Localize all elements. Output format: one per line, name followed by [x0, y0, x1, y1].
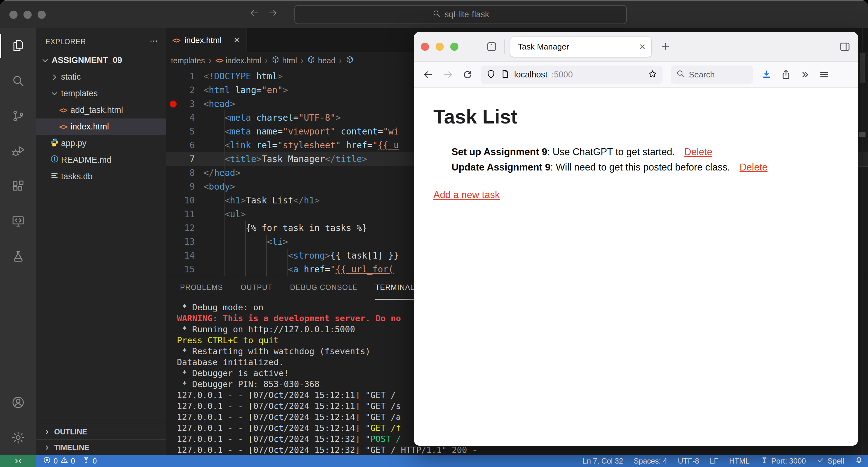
breadcrumb-separator: › [339, 56, 342, 65]
check-icon [817, 456, 825, 464]
activity-item-accounts[interactable] [0, 385, 36, 420]
panel-tab-terminal[interactable]: TERMINAL [375, 276, 414, 300]
history-back-icon[interactable] [249, 7, 259, 20]
browser-traffic-lights[interactable] [421, 42, 458, 51]
scrollbar-thumb[interactable] [859, 132, 866, 137]
status-item-lf[interactable]: LF [710, 457, 719, 465]
page-icon[interactable] [500, 69, 510, 80]
tree-item-add_task.html[interactable]: <>add_task.html [36, 102, 166, 118]
tree-item-index.html[interactable]: <>index.html [36, 118, 166, 135]
bell-icon [855, 456, 863, 464]
more-tools-icon[interactable] [800, 69, 810, 80]
tree-item-tasks.db[interactable]: tasks.db [36, 168, 166, 185]
back-button[interactable] [422, 69, 434, 81]
url-bar[interactable]: localhost:5000 [481, 65, 662, 84]
tree-item-ASSIGNMENT_09[interactable]: ASSIGNMENT_09 [36, 52, 166, 69]
traffic-light[interactable] [38, 11, 46, 19]
panel-tab-problems[interactable]: PROBLEMS [180, 276, 223, 300]
activity-item-extensions[interactable] [0, 169, 36, 204]
share-icon [780, 69, 792, 80]
status-item-ln-7-col-32[interactable]: Ln 7, Col 32 [582, 457, 623, 465]
ports-status[interactable]: 0 [82, 456, 97, 466]
activity-item-search[interactable] [0, 63, 36, 98]
activity-item-run-and-debug[interactable] [0, 134, 36, 169]
url-port: :5000 [552, 70, 573, 80]
workspace-name: sql-lite-flask [445, 10, 489, 20]
tree-item-static[interactable]: static [36, 69, 166, 85]
menu-icon[interactable] [818, 69, 830, 80]
sidebar-section-timeline[interactable]: TIMELINE [36, 439, 166, 455]
screen: sql-lite-flask EXPLORER ASSIGNMENT_09sta… [0, 0, 868, 467]
delete-task-link[interactable]: Delete [684, 146, 712, 157]
add-task-link[interactable]: Add a new task [433, 189, 500, 201]
search-icon [11, 74, 25, 88]
tree-item-README.md[interactable]: README.md [36, 152, 166, 168]
forward-icon [442, 69, 454, 81]
panel-tab-output[interactable]: OUTPUT [241, 276, 272, 300]
minimize-window-button[interactable] [436, 42, 444, 51]
breadcrumb-item-html[interactable]: html [272, 56, 297, 65]
cube-icon [307, 56, 315, 64]
sidebar-section-outline[interactable]: OUTLINE [36, 424, 166, 439]
shield-icon[interactable] [486, 69, 496, 80]
broadcast-icon [760, 456, 768, 464]
tree-item-app.py[interactable]: app.py [36, 135, 166, 152]
close-icon[interactable]: ✕ [233, 35, 240, 45]
activity-item-manage[interactable] [0, 420, 36, 455]
search-icon [432, 9, 441, 18]
delete-task-link[interactable]: Delete [740, 162, 768, 173]
problems-status[interactable]: 0 0 [43, 456, 75, 466]
window-traffic-lights[interactable] [9, 11, 46, 19]
zoom-window-button[interactable] [450, 42, 458, 51]
share-icon[interactable] [780, 69, 792, 80]
close-tab-icon[interactable]: ✕ [639, 42, 646, 51]
search-icon [676, 69, 685, 81]
traffic-light[interactable] [24, 11, 32, 19]
close-window-button[interactable] [421, 42, 429, 51]
vscode-titlebar: sql-lite-flask [0, 0, 868, 28]
status-item-spell[interactable]: Spell [817, 456, 844, 466]
tab-container-icon[interactable] [485, 40, 498, 53]
status-item-port-3000[interactable]: Port: 3000 [760, 456, 806, 466]
status-item-bell[interactable] [855, 456, 863, 466]
explorer-header: EXPLORER [45, 38, 149, 46]
separator [504, 39, 505, 54]
browser-search-box[interactable]: Search [671, 65, 753, 84]
browser-tab[interactable]: Task Manager ✕ [510, 37, 651, 57]
tab-overview-icon[interactable] [839, 40, 851, 53]
task-item: Update Assignment 9: Will need to get th… [452, 159, 845, 175]
tree-item-templates[interactable]: templates [36, 85, 166, 102]
line-number: 14 [166, 249, 204, 263]
panel-tab-debug-console[interactable]: DEBUG CONSOLE [290, 276, 358, 300]
reload-button[interactable] [462, 69, 473, 80]
source-control-icon [11, 109, 25, 123]
chev-down-icon [40, 56, 50, 65]
activity-item-remote-explorer[interactable] [0, 204, 36, 239]
scrollbar-thumb[interactable] [860, 53, 865, 83]
command-center-search[interactable]: sql-lite-flask [294, 5, 627, 24]
more-actions-icon[interactable] [149, 36, 158, 47]
traffic-light[interactable] [9, 11, 18, 19]
breadcrumb-item-templates[interactable]: templates [171, 56, 205, 65]
url-host: localhost [514, 70, 548, 80]
new-tab-button[interactable] [660, 41, 671, 52]
history-forward-icon[interactable] [268, 7, 278, 20]
tree-item-label: templates [61, 89, 98, 98]
remote-indicator[interactable] [0, 455, 36, 467]
breadcrumb-item-symbol[interactable] [346, 56, 354, 65]
html-file-icon: <> [59, 122, 67, 131]
editor-tab-index-html[interactable]: <> index.html ✕ [166, 28, 247, 52]
downloads-icon[interactable] [761, 69, 772, 80]
status-item-html[interactable]: HTML [729, 457, 750, 465]
indent-guide [266, 235, 267, 276]
breakpoint-dot[interactable] [170, 100, 177, 108]
activity-item-testing[interactable] [0, 239, 36, 274]
bookmark-star-icon[interactable] [648, 69, 658, 80]
status-item-spaces-4[interactable]: Spaces: 4 [634, 457, 667, 465]
breadcrumb-item-index.html[interactable]: <>index.html [215, 56, 261, 65]
activity-item-explorer[interactable] [0, 28, 36, 63]
status-item-utf-8[interactable]: UTF-8 [678, 457, 699, 465]
forward-button[interactable] [442, 69, 454, 81]
breadcrumb-item-head[interactable]: head [307, 56, 335, 65]
activity-item-source-control[interactable] [0, 98, 36, 134]
